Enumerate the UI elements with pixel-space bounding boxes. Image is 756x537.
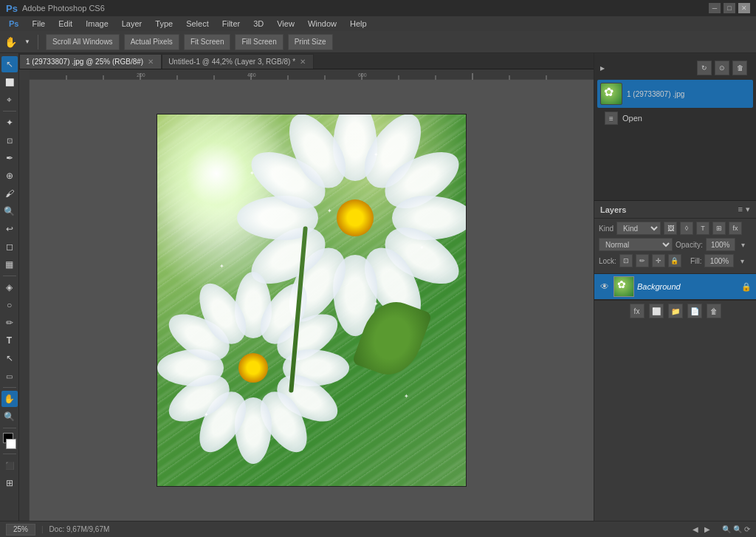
tab-1-label: 1 (29733807) .jpg @ 25% (RGB/8#) [26,58,143,66]
toolbar-separator-1 [3,111,16,112]
bridge-open-icon: ≡ [605,112,618,125]
menu-type[interactable]: Type [149,18,179,30]
pen-tool[interactable]: ✏ [1,315,18,331]
move-tool[interactable]: ↖ [1,56,18,72]
fill-input[interactable] [704,254,734,267]
menu-3d[interactable]: 3D [247,18,269,30]
layers-title: Layers [600,205,626,214]
menu-image[interactable]: Image [80,18,114,30]
menu-layer[interactable]: Layer [116,18,148,30]
close-button[interactable]: ✕ [738,3,750,13]
svg-text:200: 200 [137,72,145,78]
layer-visibility-toggle[interactable]: 👁 [599,281,611,293]
shape-tool[interactable]: ▭ [1,368,18,384]
magic-wand-tool[interactable]: ✦ [1,114,18,131]
eraser-tool[interactable]: ◻ [1,239,18,255]
status-icons: 🔍 🔍 ⟳ [722,525,750,533]
menu-select[interactable]: Select [180,18,215,30]
layer-panel-actions: fx ⬜ 📁 📄 🗑 [594,300,756,321]
layers-menu-icon[interactable]: ▾ [746,205,750,214]
menu-bar: Ps File Edit Image Layer Type Select Fil… [0,16,756,31]
bridge-trash-icon[interactable]: 🗑 [732,61,747,75]
lasso-tool[interactable]: ⌖ [1,92,18,108]
crop-tool[interactable]: ⊡ [1,132,18,148]
maximize-button[interactable]: □ [724,3,735,13]
toolbar-separator-2 [3,276,16,276]
fill-label: Fill: [690,257,702,265]
layers-header: Layers ≡ ▾ [594,201,756,219]
scroll-all-windows-button[interactable]: Scroll All Windows [46,34,120,50]
color-swatch[interactable] [1,433,18,449]
toolbar-separator-4 [3,428,16,428]
blur-tool[interactable]: ◈ [1,279,18,295]
quick-mask-tool[interactable]: ⬛ [1,457,18,473]
layers-kind-label: Kind [599,225,614,233]
history-brush-tool[interactable]: ↩ [1,221,18,237]
brush-tool[interactable]: 🖌 [1,185,18,202]
layers-lock-row: Lock: ⊡ ✏ ✛ 🔒 Fill: ▾ [599,254,752,267]
new-layer-button[interactable]: 📄 [687,304,702,318]
layer-background[interactable]: 👁 Background 🔒 [594,274,756,300]
zoom-input[interactable] [6,524,35,536]
status-prev-btn[interactable]: ◀ [693,525,698,533]
layers-collapse-icon[interactable]: ≡ [738,205,743,214]
menu-ps[interactable]: Ps [3,18,24,30]
flower-background: ✦ ✦ ✦ ✦ ✦ ✦ ✦ ✦ ✦ [157,114,466,486]
menu-filter[interactable]: Filter [216,18,246,30]
doc-info: Doc: 9,67M/9,67M [49,525,110,533]
eyedropper-tool[interactable]: ✒ [1,150,18,166]
lock-transparent-btn[interactable]: ⊡ [619,254,633,267]
bridge-camera-icon[interactable]: ⊙ [715,61,729,75]
path-selection-tool[interactable]: ↖ [1,350,18,366]
hand-tool[interactable]: ✋ [1,391,18,407]
opacity-input[interactable] [706,238,735,251]
zoom-tool[interactable]: 🔍 [1,408,18,425]
status-next-btn[interactable]: ▶ [704,525,710,533]
menu-help[interactable]: Help [344,18,373,30]
layers-kind-select[interactable]: Kind [616,222,661,235]
gradient-tool[interactable]: ▦ [1,256,18,273]
bridge-refresh-icon[interactable]: ↻ [697,61,712,75]
new-group-button[interactable]: 📁 [668,304,683,318]
text-tool[interactable]: T [1,332,18,349]
menu-window[interactable]: Window [302,18,343,30]
dodge-tool[interactable]: ○ [1,297,18,313]
layers-filter-icon-1[interactable]: 🖼 [664,222,677,235]
lock-pixels-btn[interactable]: ✏ [636,254,649,267]
options-bar: ✋ ▼ Scroll All Windows Actual Pixels Fit… [0,31,756,53]
marquee-tool[interactable]: ⬜ [1,74,18,90]
opacity-arrow[interactable]: ▾ [738,239,749,250]
print-size-button[interactable]: Print Size [288,34,333,50]
layer-name: Background [637,282,738,291]
minimize-button[interactable]: ─ [709,3,721,13]
lock-position-btn[interactable]: ✛ [652,254,665,267]
screen-mode-tool[interactable]: ⊞ [1,475,18,491]
delete-layer-button[interactable]: 🗑 [707,304,721,318]
fill-arrow[interactable]: ▾ [737,256,747,266]
left-toolbar: ↖ ⬜ ⌖ ✦ ⊡ ✒ ⊕ 🖌 🔍 ↩ ◻ ▦ ◈ ○ ✏ T ↖ ▭ ✋ 🔍 … [0,53,19,521]
clone-stamp-tool[interactable]: 🔍 [1,203,18,219]
layers-filter-icon-2[interactable]: ◊ [680,222,693,235]
add-mask-button[interactable]: ⬜ [649,304,664,318]
fit-screen-button[interactable]: Fit Screen [184,34,231,50]
layers-filter-icon-4[interactable]: ⊞ [712,222,726,235]
menu-view[interactable]: View [271,18,300,30]
tab-2[interactable]: Untitled-1 @ 44,2% (Layer 3, RGB/8) * ✕ [162,54,314,69]
fill-screen-button[interactable]: Fill Screen [235,34,283,50]
actual-pixels-button[interactable]: Actual Pixels [124,34,179,50]
tab-1[interactable]: 1 (29733807) .jpg @ 25% (RGB/8#) ✕ [19,54,162,69]
tab-1-close[interactable]: ✕ [148,58,154,66]
bridge-open-button[interactable]: ≡ Open [600,109,750,127]
add-style-button[interactable]: fx [630,304,645,318]
bridge-file-item[interactable]: 1 (29733807) .jpg [597,80,753,108]
background-color[interactable] [6,439,16,449]
lock-all-btn[interactable]: 🔒 [668,254,681,267]
layers-filter-icon-5[interactable]: fx [729,222,742,235]
menu-edit[interactable]: Edit [52,18,78,30]
spot-heal-tool[interactable]: ⊕ [1,168,18,184]
layers-filter-icon-3[interactable]: T [696,222,709,235]
blend-mode-select[interactable]: Normal [599,238,673,251]
menu-file[interactable]: File [26,18,51,30]
hand-tool-icon: ✋ [4,36,17,48]
tab-2-close[interactable]: ✕ [300,58,306,66]
